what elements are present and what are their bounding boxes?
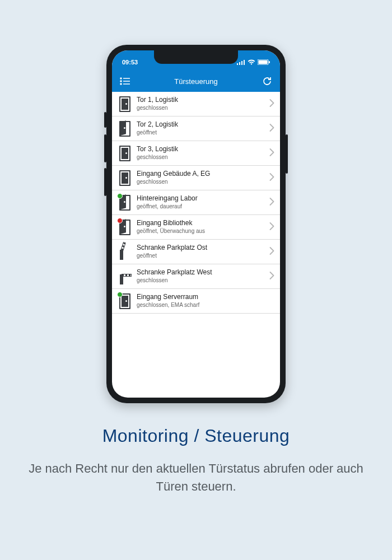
wifi-icon <box>248 59 255 65</box>
door-row[interactable]: Eingang Gebäude A, EGgeschlossen <box>112 166 280 190</box>
door-open-icon <box>116 195 133 211</box>
door-title: Hintereingang Labor <box>137 195 267 203</box>
chevron-right-icon <box>269 124 274 134</box>
door-closed-icon <box>116 146 133 161</box>
chevron-right-icon <box>269 148 274 158</box>
svg-point-7 <box>120 78 122 79</box>
svg-point-11 <box>120 83 122 85</box>
door-closed-icon <box>116 170 133 186</box>
door-open-icon <box>116 121 133 137</box>
chevron-right-icon <box>269 222 274 232</box>
door-title: Tor 3, Logistik <box>137 146 267 153</box>
door-title: Eingang Serverraum <box>137 293 274 301</box>
door-row[interactable]: Tor 3, Logistikgeschlossen <box>112 141 280 166</box>
door-row[interactable]: Schranke Parkplatz Ostgeöffnet <box>112 240 280 264</box>
door-row[interactable]: Eingang Bibliothekgeöffnet, Überwachung … <box>112 215 280 240</box>
caption-heading: Monitoring / Steuerung <box>22 426 370 446</box>
svg-rect-2 <box>241 61 242 65</box>
door-status: geschlossen <box>137 277 267 284</box>
nav-title: Türsteuerung <box>131 77 261 86</box>
phone-notch <box>154 50 238 64</box>
door-status: geschlossen <box>137 154 267 161</box>
door-status: geschlossen <box>137 179 267 185</box>
phone-side-button <box>286 134 288 174</box>
status-time: 09:53 <box>122 55 138 66</box>
phone-side-button <box>104 112 106 128</box>
door-title: Tor 2, Logistik <box>137 121 267 129</box>
caption-body: Je nach Recht nur den aktuellen Türstatu… <box>22 460 370 496</box>
chevron-right-icon <box>269 173 274 183</box>
door-row[interactable]: Tor 2, Logistikgeöffnet <box>112 116 280 141</box>
svg-rect-1 <box>239 62 240 65</box>
door-title: Tor 1, Logistik <box>137 96 267 104</box>
door-open-icon <box>116 220 133 235</box>
door-closed-icon <box>116 293 133 309</box>
door-list: Tor 1, LogistikgeschlossenTor 2, Logisti… <box>112 92 280 314</box>
door-status: geöffnet <box>137 129 267 136</box>
signal-icon <box>237 59 245 65</box>
door-status: geschlossen, EMA scharf <box>137 302 274 309</box>
door-title: Schranke Parkplatz West <box>137 269 267 277</box>
door-title: Schranke Parkplatz Ost <box>137 244 267 252</box>
chevron-right-icon <box>269 198 274 208</box>
barrier-closed-icon <box>116 269 133 284</box>
chevron-right-icon <box>269 272 274 282</box>
door-title: Eingang Bibliothek <box>137 220 267 227</box>
svg-rect-6 <box>269 61 270 63</box>
door-row[interactable]: Tor 1, Logistikgeschlossen <box>112 92 280 116</box>
phone-frame: 09:53 Türsteuerung <box>106 45 286 403</box>
menu-list-icon[interactable] <box>119 75 131 87</box>
svg-rect-0 <box>237 63 238 65</box>
phone-side-button <box>104 134 106 162</box>
caption-block: Monitoring / Steuerung Je nach Recht nur… <box>0 426 392 496</box>
door-row[interactable]: Eingang Serverraumgeschlossen, EMA schar… <box>112 289 280 314</box>
door-closed-icon <box>116 96 133 112</box>
phone-side-button <box>104 168 106 196</box>
door-row[interactable]: Hintereingang Laborgeöffnet, dauerauf <box>112 190 280 215</box>
svg-rect-5 <box>259 60 268 64</box>
door-status: geschlossen <box>137 105 267 111</box>
refresh-icon[interactable] <box>261 75 273 87</box>
door-status: geöffnet, Überwachung aus <box>137 228 267 235</box>
chevron-right-icon <box>269 247 274 257</box>
barrier-open-icon <box>116 244 133 260</box>
svg-rect-3 <box>244 60 245 65</box>
door-row[interactable]: Schranke Parkplatz Westgeschlossen <box>112 264 280 289</box>
door-title: Eingang Gebäude A, EG <box>137 170 267 178</box>
battery-icon <box>258 59 270 65</box>
door-status: geöffnet <box>137 253 267 259</box>
nav-bar: Türsteuerung <box>112 71 280 92</box>
svg-point-9 <box>120 81 122 82</box>
chevron-right-icon <box>269 99 274 109</box>
door-status: geöffnet, dauerauf <box>137 203 267 210</box>
